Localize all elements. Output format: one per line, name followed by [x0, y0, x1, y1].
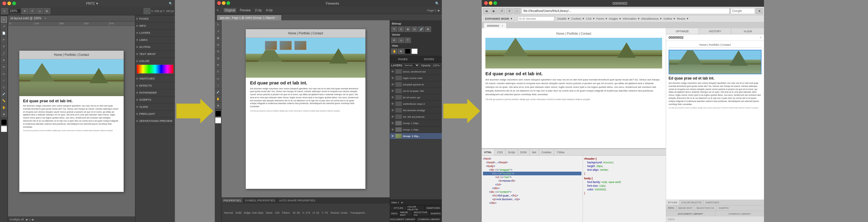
reload-button[interactable]: ↺	[498, 8, 505, 14]
tool-type[interactable]: T	[29, 8, 36, 14]
tool-hand[interactable]: ✋	[1, 104, 7, 111]
layer-vis-1[interactable]: 👁	[391, 77, 394, 80]
fw-vector-tool-3[interactable]: T	[405, 37, 411, 43]
symbol-props-tab[interactable]: SYMBOL PROPERTIES	[243, 198, 277, 203]
fw-common-library-tab[interactable]: COMMON LIBRARY	[416, 217, 442, 222]
fw-color-fill-swatch[interactable]	[405, 49, 411, 54]
layer-vis-3[interactable]: 👁	[391, 89, 394, 93]
textwrap-panel[interactable]: TEXT WRAP	[135, 51, 175, 58]
page-close[interactable]: ×	[760, 36, 762, 39]
fw-tool-subsel[interactable]: ↗	[215, 28, 221, 34]
fw-tool-pen[interactable]: ✒	[215, 62, 221, 68]
optimize-tab[interactable]: OPTIMIZE	[666, 28, 699, 34]
firebug-yslow-tab[interactable]: YSlow	[554, 149, 567, 156]
firebug-html-tab[interactable]: HTML	[482, 149, 495, 156]
fw-path-tab[interactable]: PATH	[390, 211, 399, 216]
tool-rectangle[interactable]: ▭	[36, 8, 43, 14]
fw-close-button[interactable]	[217, 1, 221, 5]
tool-pencil[interactable]: ✏	[1, 64, 7, 70]
pages-panel[interactable]: PAGES	[135, 16, 175, 22]
properties-tab[interactable]: PROPERTIES	[221, 198, 243, 203]
color-panel[interactable]: COLOR	[135, 58, 175, 75]
fw-tool-zoom[interactable]: ⊕	[215, 103, 221, 109]
layer-row-6[interactable]: 👁 Ant ducimen iendige	[390, 107, 442, 114]
firebug-css-tab[interactable]: CSS	[495, 149, 506, 156]
fw-styles-tab[interactable]: STYLES	[390, 205, 407, 211]
fw-tool-select[interactable]: ↖	[215, 22, 221, 28]
forward-button[interactable]: ▶	[491, 8, 497, 14]
layer-vis-6[interactable]: 👁	[391, 109, 394, 112]
search-bar[interactable]	[731, 8, 755, 14]
tool-direct-select[interactable]: ↗	[1, 23, 7, 29]
fw-bitmap-tool-2[interactable]: ⊙	[398, 26, 404, 32]
browser-maximize[interactable]	[493, 1, 497, 5]
layer-row-0[interactable]: 👁 secus, senderunt aut	[390, 68, 442, 75]
back-button[interactable]: ◀	[483, 8, 490, 14]
fw-fill-color[interactable]	[215, 111, 221, 117]
fw-tool-hand[interactable]: ✋	[215, 96, 221, 102]
layer-row-8[interactable]: 👁 Group: 1 Obje...	[390, 120, 442, 127]
document-tab[interactable]: id-layout.indd @ 100% ×	[8, 16, 135, 22]
tool-type2[interactable]: T	[1, 44, 7, 50]
fw-doc-library-tab[interactable]: DOCUMENT LIBRARY	[390, 217, 416, 222]
tool-selection[interactable]: ↖	[1, 17, 7, 23]
fw-image-edit-tab[interactable]: IMAGE EDIT	[399, 211, 412, 216]
fw-color-palette-tab[interactable]: COLOR PALETTE	[407, 205, 425, 211]
fw-bitmap-tool-3[interactable]: ◈	[405, 26, 411, 32]
effects-panel[interactable]: EFFECTS	[135, 82, 175, 89]
fw-view-tool-2[interactable]: ⊕	[398, 49, 404, 54]
right-swatches-tab[interactable]: SWATCHES	[704, 200, 721, 205]
secrets-input[interactable]	[518, 16, 554, 21]
minimize-button[interactable]	[7, 2, 11, 5]
layer-row-2[interactable]: 👁 doluptati quinnet at	[390, 81, 442, 88]
layer-vis-5[interactable]: 👁	[391, 102, 394, 106]
layer-row-1[interactable]: 👁 fugtio reume volor	[390, 75, 442, 81]
right-styles-tab[interactable]: STYLES	[666, 200, 680, 205]
info-panel[interactable]: INFO	[135, 22, 175, 29]
tool-rect[interactable]: ▭	[1, 71, 7, 77]
preflight-panel[interactable]: PREFLIGHT	[135, 111, 175, 118]
maximize-button[interactable]	[12, 2, 16, 5]
fw-tool-ellipse[interactable]: ○	[215, 82, 221, 88]
fw-minimize-button[interactable]	[222, 1, 225, 5]
firebug-cookies-tab[interactable]: Cookies	[539, 149, 554, 156]
fw-tool-brush[interactable]: ✎	[215, 49, 221, 55]
history-tab[interactable]: HISTORY	[699, 28, 732, 34]
fw-tool-lasso[interactable]: ⊙	[215, 42, 221, 48]
right-common-library-tab[interactable]: COMMON LIBRARY	[715, 211, 764, 217]
fw-preview-tab[interactable]: Preview	[239, 8, 252, 12]
color-gradient[interactable]	[136, 64, 174, 74]
canvas-content[interactable]: Home | Portfolio | Contact Ed quae prae …	[8, 26, 135, 217]
tool-shear[interactable]: ◇	[1, 84, 7, 90]
layer-row-3[interactable]: 👁 vel im id quiae. Obi	[390, 88, 442, 94]
images-btn[interactable]: Images ▼	[609, 17, 621, 20]
resize-btn[interactable]: Resize ▼	[677, 17, 689, 20]
url-bar[interactable]: file:///localhost/Users/fritz/Library/..…	[521, 8, 730, 14]
fw-tool-rect[interactable]: ▭	[215, 76, 221, 82]
fw-bitmap-tool-6[interactable]: ⊕	[425, 26, 431, 32]
fw-swatches-tab[interactable]: SWATCHES	[425, 205, 442, 211]
fw-4up-tab[interactable]: 4-Up	[265, 8, 274, 12]
search-icon[interactable]: 🔍	[169, 2, 173, 5]
browser-tab-close[interactable]: ×	[502, 24, 503, 27]
tool-eyedropper[interactable]: 💉	[1, 91, 7, 97]
swatches-panel[interactable]: SWATCHES	[135, 75, 175, 82]
fw-select-tool[interactable]: ↖	[217, 8, 219, 12]
fw-vector-tool-2[interactable]: ▭	[398, 37, 404, 43]
layer-vis-2[interactable]: 👁	[391, 83, 394, 86]
bookmark-button[interactable]: ★	[756, 8, 763, 14]
browser-minimize[interactable]	[489, 1, 492, 5]
fw-tool-type[interactable]: T	[215, 69, 221, 75]
right-color-palette-tab[interactable]: COLOR PALETTE	[680, 200, 704, 205]
color-stroke[interactable]	[1, 126, 7, 132]
tool-measure[interactable]: 📏	[1, 98, 7, 104]
fw-opacity-value[interactable]: 100%	[432, 63, 441, 67]
firebug-script-tab[interactable]: Script	[506, 149, 518, 156]
fw-doc-tab[interactable]: eps.eps : Page 1 @ 100% (Group: 1 Object…	[217, 15, 282, 20]
layer-vis-7[interactable]: 👁	[391, 115, 394, 118]
fw-doc-tab-close[interactable]: ×	[276, 16, 278, 19]
links-panel[interactable]: LINKS	[135, 36, 175, 44]
fw-maximize-button[interactable]	[226, 1, 230, 5]
fw-selective-tab[interactable]: SELECTIVE CH.	[413, 211, 430, 216]
right-image-edit-tab[interactable]: IMAGE EDIT	[676, 205, 694, 211]
